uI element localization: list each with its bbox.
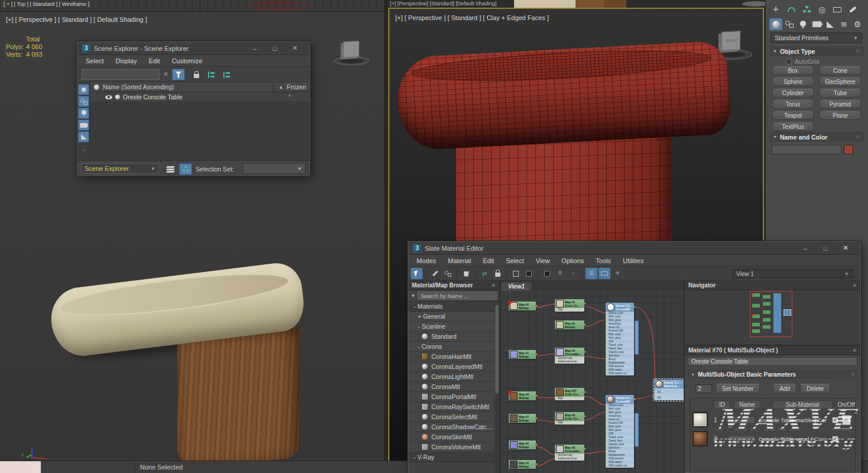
corona-material-item[interactable]: CoronaSelectMtl <box>408 412 499 422</box>
material-node-bitmap[interactable]: Map #5Bitmap <box>509 440 536 449</box>
teapot-button[interactable]: Teapot <box>772 111 814 120</box>
set-number-button[interactable]: Set Number <box>716 384 760 393</box>
material-node-cc[interactable]: Map #1Color Co...Map <box>555 299 584 312</box>
menu-modes[interactable]: Modes <box>411 257 442 264</box>
object-color-swatch[interactable] <box>844 145 853 154</box>
object-name-field[interactable] <box>772 145 841 154</box>
navigator-node-mini[interactable] <box>752 323 760 326</box>
scene-explorer-titlebar[interactable]: 3 Scene Explorer - Scene Explorer – □ ✕ <box>77 42 310 55</box>
modify-tab-icon[interactable] <box>785 4 798 15</box>
geometry-category-icon[interactable] <box>769 18 782 30</box>
sub-material-row[interactable]: 1 Console Table marble ( Cor ✓ ^ <box>690 410 855 429</box>
close-icon[interactable]: ✕ <box>852 283 857 289</box>
corona-material-item[interactable]: CoronaVolumeMtl <box>408 442 499 452</box>
material-node-mtl[interactable]: Oreste Co...CoronaMtlDiffuse colorRefl. … <box>606 303 634 375</box>
navigator-node-mini[interactable] <box>763 295 771 299</box>
navigator-node-mini[interactable] <box>763 302 771 306</box>
sub-material-name-field[interactable] <box>728 435 755 443</box>
corona-material-item[interactable]: CoronaLayeredMtl <box>408 362 499 372</box>
material-node-bitmap[interactable]: Map #3Bitmap <box>509 391 536 400</box>
id-column-header[interactable]: ID <box>714 400 730 409</box>
material-node-cc[interactable]: Map #27Color Co...Map <box>555 388 584 400</box>
node-input-slot[interactable]: Additional bump <box>555 360 584 364</box>
overflow-chevrons[interactable]: » <box>77 147 90 153</box>
navigator-node-mini[interactable] <box>752 315 760 318</box>
viewport-left-label[interactable]: [+] [ Perspective ] [ Standard ] [ Defau… <box>6 16 147 23</box>
node-output-connector[interactable] <box>633 306 636 308</box>
selection-set-dropdown[interactable]: ▼ <box>243 163 305 174</box>
node-collapse-tab[interactable] <box>635 320 639 355</box>
menu-view[interactable]: View <box>530 257 556 264</box>
add-button[interactable]: Add <box>773 384 797 393</box>
menu-edit[interactable]: Edit <box>477 257 500 264</box>
show-geometry-button[interactable] <box>78 84 89 95</box>
browser-search-input[interactable]: Search by Name ... <box>418 291 497 300</box>
utilities-tab-icon[interactable] <box>846 4 859 15</box>
show-helpers-button[interactable] <box>78 131 89 142</box>
scroll-up-button[interactable]: ^ <box>842 415 851 425</box>
navigator-node-mini[interactable] <box>752 293 760 297</box>
navigator-node-mini[interactable] <box>752 304 760 307</box>
lights-category-icon[interactable] <box>797 18 810 30</box>
marble-material-thumbnail[interactable] <box>693 412 708 427</box>
menu-material[interactable]: Material <box>442 257 477 264</box>
view-selector-dropdown[interactable]: View 1 ▼ <box>732 269 853 278</box>
show-background-button[interactable] <box>510 268 522 279</box>
node-output-connector[interactable] <box>584 448 586 450</box>
scene-object-name[interactable]: Oreste Console Table <box>123 93 183 101</box>
navigator-material-mini[interactable] <box>773 293 781 333</box>
corona-material-item[interactable]: CoronaSkinMtl <box>408 432 499 442</box>
node-output-connector[interactable] <box>584 323 586 326</box>
move-children-button[interactable]: ⇄ <box>479 268 490 279</box>
layout-preview-button[interactable] <box>599 268 610 279</box>
material-name-field[interactable]: Oreste Console Table <box>688 357 857 366</box>
corona-material-item[interactable]: CoronaRaySwitchMtl <box>408 402 499 412</box>
node-input-slot[interactable]: Map <box>555 421 584 425</box>
pyramid-button[interactable]: Pyramid <box>819 100 862 109</box>
cameras-category-icon[interactable] <box>810 18 823 30</box>
node-output-connector[interactable] <box>535 417 538 419</box>
navigator-node-mini[interactable] <box>763 325 771 329</box>
sphere-button[interactable]: Sphere <box>772 77 814 86</box>
navigator-node-mini[interactable] <box>763 310 771 314</box>
material-node-normal[interactable]: Map #8CoronaNo...Normal mapAdditional bu… <box>555 445 584 461</box>
node-output-connector[interactable] <box>584 351 586 353</box>
menu-options[interactable]: Options <box>555 257 590 264</box>
node-output-connector[interactable] <box>584 302 586 304</box>
navigator-header[interactable]: Navigator ✕ <box>685 281 860 290</box>
node-output-connector[interactable] <box>584 391 586 393</box>
hide-unused-slots-button[interactable] <box>492 268 503 279</box>
corona-material-item[interactable]: CoronaLightMtl <box>408 372 499 382</box>
hierarchy-tab-icon[interactable] <box>800 4 813 15</box>
sub-material-row[interactable]: 2 Console Table wood ( Coro ✓ <box>690 429 855 448</box>
onoff-checkbox[interactable]: ✓ <box>832 436 838 442</box>
primitive-category-dropdown[interactable]: Standard Primitives ▼ <box>771 33 862 43</box>
slate-titlebar[interactable]: 3 Slate Material Editor – □ ✕ <box>408 242 860 255</box>
tube-button[interactable]: Tube <box>819 89 862 98</box>
navigator-minimap[interactable] <box>685 290 860 345</box>
geosphere-button[interactable]: GeoSphere <box>819 77 862 86</box>
assign-material-button[interactable] <box>442 268 454 279</box>
torus-button[interactable]: Torus <box>772 100 814 109</box>
cylinder-button[interactable]: Cylinder <box>772 89 814 98</box>
close-icon[interactable]: ✕ <box>285 42 305 55</box>
menu-tools[interactable]: Tools <box>590 257 617 264</box>
box-button[interactable]: Box <box>772 66 814 75</box>
node-collapse-tab[interactable] <box>635 413 639 447</box>
node-input-slot[interactable]: SSS scatter col. <box>606 464 634 468</box>
node-output-connector[interactable] <box>584 415 586 417</box>
name-column-header[interactable]: Name (Sorted Ascending) <box>103 83 174 90</box>
sub-material-button[interactable]: Console Table wood ( Coro <box>759 436 828 442</box>
dropdown-arrow-icon[interactable]: ▼ <box>411 293 415 299</box>
layers-button[interactable] <box>164 163 177 175</box>
material-node-bitmap[interactable]: Map #7Bitmap <box>509 414 536 423</box>
close-icon[interactable]: ✕ <box>852 348 857 354</box>
select-tool-button[interactable] <box>411 268 422 279</box>
viewport-top-strip[interactable]: [ + ] [ Top ] [ Standard ] [ Wireframe ] <box>0 0 384 12</box>
shapes-category-icon[interactable] <box>783 18 796 30</box>
basic-parameters-rollout[interactable]: ▼ Multi/Sub-Object Basic Parameters ⁞⁞ <box>688 370 857 379</box>
autogrid-checkbox[interactable] <box>786 59 792 64</box>
material-node-msub[interactable]: Oreste Co...Multi/Sub...(1)(2) <box>654 380 684 400</box>
corona-material-item[interactable]: CoronaPortalMtl <box>408 392 499 402</box>
material-node-bitmap[interactable]: Map #2Bitmap <box>509 302 536 310</box>
